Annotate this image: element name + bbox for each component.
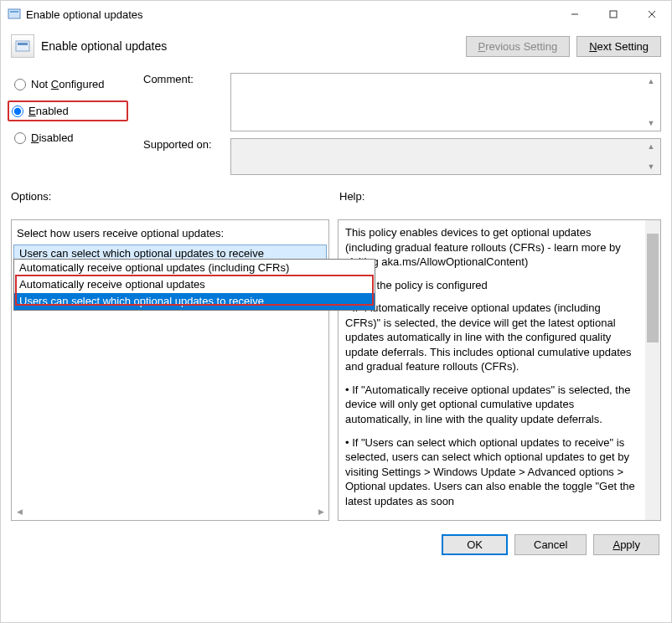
close-button[interactable] — [633, 1, 671, 28]
radio-enabled-input[interactable] — [12, 106, 23, 117]
options-h-scroll[interactable]: ◀ ▶ — [13, 505, 327, 518]
maximize-button[interactable] — [594, 1, 633, 28]
scroll-left-icon[interactable]: ◀ — [13, 506, 25, 517]
apply-button[interactable]: Apply — [593, 534, 659, 555]
options-field-label: Select how users receive optional update… — [12, 225, 328, 245]
svg-rect-3 — [610, 11, 617, 18]
help-text: This policy enables devices to get optio… — [339, 220, 645, 520]
radio-not-configured-input[interactable] — [14, 79, 26, 90]
svg-rect-0 — [8, 9, 20, 18]
minimize-button[interactable] — [556, 1, 594, 28]
next-setting-button[interactable]: Next Setting — [576, 36, 661, 57]
scroll-down-icon[interactable]: ▼ — [645, 117, 657, 129]
svg-rect-1 — [10, 11, 18, 13]
scroll-down-icon[interactable]: ▼ — [645, 161, 657, 172]
dropdown-item-including-cfrs[interactable]: Automatically receive optional updates (… — [14, 260, 375, 276]
svg-rect-7 — [18, 43, 28, 45]
radio-disabled-input[interactable] — [14, 132, 26, 144]
comment-label: Comment: — [143, 73, 219, 85]
supported-on-box: ▲ ▼ — [230, 138, 661, 175]
dropdown-item-users-select[interactable]: Users can select which optional updates … — [14, 293, 375, 310]
svg-rect-6 — [16, 41, 29, 51]
scroll-up-icon[interactable]: ▲ — [645, 141, 657, 152]
app-icon — [8, 8, 21, 21]
previous-setting-button[interactable]: Previous Setting — [466, 36, 571, 57]
options-dropdown-list: Automatically receive optional updates (… — [13, 259, 375, 311]
pane-labels: Options: Help: — [1, 182, 671, 206]
comment-scroll[interactable]: ▲ ▼ — [645, 75, 659, 129]
radio-not-configured[interactable]: Not Configured — [11, 76, 128, 92]
scroll-up-icon[interactable]: ▲ — [645, 75, 657, 87]
supported-scroll[interactable]: ▲ ▼ — [645, 141, 659, 172]
titlebar: Enable optional updates — [1, 1, 671, 28]
options-label: Options: — [11, 190, 51, 203]
policy-title: Enable optional updates — [41, 39, 167, 53]
state-radio-group: Not Configured Enabled Disabled — [11, 73, 128, 175]
scroll-thumb[interactable] — [647, 234, 659, 342]
help-pane: This policy enables devices to get optio… — [338, 219, 661, 521]
dialog-footer: OK Cancel Apply — [1, 521, 671, 565]
window-title: Enable optional updates — [26, 8, 143, 21]
radio-enabled[interactable]: Enabled — [8, 100, 128, 121]
supported-label: Supported on: — [143, 138, 219, 151]
scroll-right-icon[interactable]: ▶ — [315, 506, 327, 517]
window-controls — [556, 1, 671, 28]
policy-icon — [11, 34, 34, 58]
config-area: Not Configured Enabled Disabled Comment:… — [1, 73, 671, 182]
radio-disabled[interactable]: Disabled — [11, 130, 128, 146]
options-pane: Select how users receive optional update… — [11, 219, 329, 521]
help-label: Help: — [339, 190, 364, 203]
gpo-dialog: Enable optional updates Enable optional … — [0, 0, 672, 623]
comment-textarea[interactable]: ▲ ▼ — [230, 73, 661, 131]
cancel-button[interactable]: Cancel — [514, 534, 587, 555]
panes-row: Select how users receive optional update… — [1, 219, 671, 521]
dropdown-item-automatic[interactable]: Automatically receive optional updates — [14, 276, 375, 293]
header-row: Enable optional updates Previous Setting… — [1, 28, 671, 73]
help-v-scroll[interactable] — [645, 220, 660, 520]
ok-button[interactable]: OK — [442, 534, 508, 555]
